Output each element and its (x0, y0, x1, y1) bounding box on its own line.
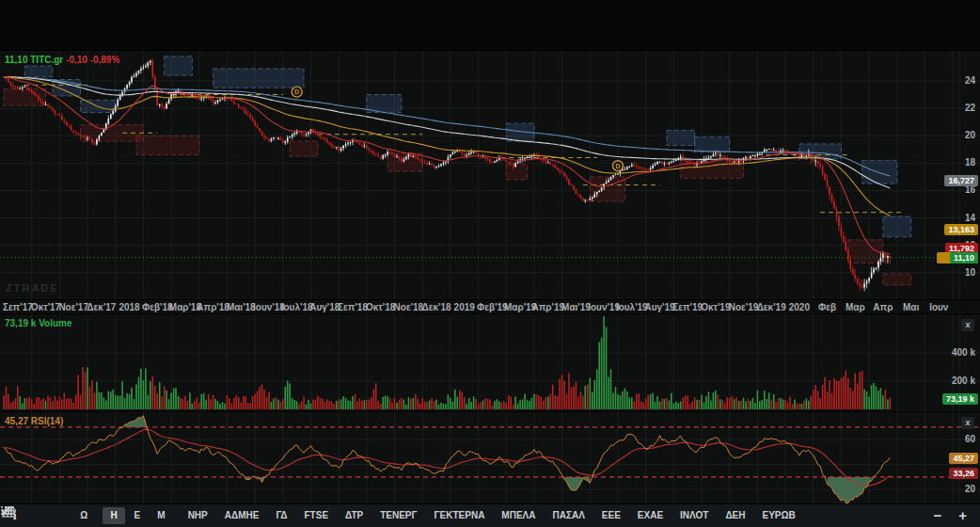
time-axis[interactable]: Σεπ'17Οκτ'17Νοε'17Δεκ'172018Φεβ'18Μαρ'18… (0, 299, 980, 314)
symbol-change: -0,10 (66, 55, 87, 65)
ticker-button-ΓΔ[interactable]: ΓΔ (268, 507, 294, 524)
symbol-name: TITC.gr (30, 55, 63, 65)
rsi-canvas[interactable] (0, 412, 980, 503)
price-badge: 13,163 (944, 224, 978, 235)
rsi-badge: 45,27 (949, 453, 978, 464)
time-tick: Οκτ'18 (366, 302, 395, 312)
time-tick: Νοε'19 (729, 302, 759, 312)
ticker-button-ΙΝΛΟΤ[interactable]: ΙΝΛΟΤ (672, 507, 716, 524)
time-tick: Φεβ'18 (142, 302, 173, 312)
time-tick: Δεκ'17 (87, 302, 116, 312)
ticker-button-ΑΔΜΗΕ[interactable]: ΑΔΜΗΕ (217, 507, 267, 524)
volume-close-button[interactable]: x (961, 319, 974, 331)
volume-badge: 73,19 k (942, 393, 978, 405)
price-chart-canvas[interactable]: DD (0, 51, 980, 299)
time-tick: Ιουν'19 (588, 302, 620, 312)
volume-canvas[interactable] (0, 314, 980, 411)
dividend-marker-label: D (615, 163, 620, 169)
time-tick: Ιουλ'18 (281, 302, 313, 312)
time-tick: Ιουλ'19 (616, 302, 648, 312)
timeframe-button-Η[interactable]: Η (103, 507, 124, 524)
time-tick: Αυγ'18 (309, 302, 340, 312)
time-tick: Σεπ'19 (672, 302, 703, 312)
time-tick: Σεπ'18 (338, 302, 368, 312)
top-spacer (0, 0, 980, 50)
time-tick: Απρ'19 (531, 302, 564, 312)
ticker-button-ΔΕΗ[interactable]: ΔΕΗ (718, 507, 752, 524)
time-tick: Φεβ'19 (477, 302, 508, 312)
time-tick: Αυγ'19 (644, 302, 674, 312)
zoom-out-button[interactable]: − (927, 510, 947, 521)
time-tick: Νοε'18 (394, 302, 424, 312)
zoom-in-button[interactable]: + (953, 510, 972, 521)
price-chart-panel[interactable]: DD 11,10 TITC.gr -0,10 -0,89% ZTRADE 242… (0, 50, 980, 299)
symbol-change-pct: -0,89% (90, 55, 120, 65)
symbol-last-price: 11,10 (5, 55, 27, 65)
time-tick: Οκτ'17 (31, 302, 60, 312)
ticker-button-ΕΧΑΕ[interactable]: ΕΧΑΕ (630, 507, 671, 524)
ztrade-watermark: ZTRADE (6, 282, 59, 294)
time-tick: Μαι'19 (561, 302, 591, 312)
volume-indicator-label: 73,19 k Volume (5, 318, 72, 328)
watchlist-button[interactable] (52, 514, 63, 518)
time-tick: Μαρ'19 (504, 302, 536, 312)
time-tick: Μαρ (846, 302, 865, 312)
time-tick: Απρ (873, 302, 893, 312)
ticker-button-ΤΕΝΕΡΓ[interactable]: ΤΕΝΕΡΓ (372, 507, 424, 524)
ticker-button-ΜΠΕΛΑ[interactable]: ΜΠΕΛΑ (494, 507, 543, 524)
draw-button[interactable] (31, 514, 42, 518)
rsi-badge: 33,26 (949, 468, 978, 479)
time-tick: Οκτ'19 (701, 302, 730, 312)
time-tick: Σεπ'17 (3, 302, 33, 312)
time-tick: Νοε'17 (58, 302, 88, 312)
symbol-header: 11,10 TITC.gr -0,10 -0,89% (5, 55, 119, 65)
time-tick: Δεκ'19 (757, 302, 786, 312)
time-tick: Μαρ'18 (169, 302, 201, 312)
bottom-toolbar: i Ω ΗΕΜ ΝΗΡΑΔΜΗΕΓΔFTSEΔΤΡΤΕΝΕΡΓΓΕΚΤΕΡΝΑΜ… (0, 503, 980, 527)
omega-button[interactable]: Ω (72, 507, 95, 524)
time-tick: Ιουν'18 (253, 302, 285, 312)
time-tick: 2020 (789, 302, 810, 312)
volume-indicator-button[interactable] (910, 514, 922, 518)
time-tick: Μαι (903, 302, 919, 312)
ticker-button-FTSE[interactable]: FTSE (297, 507, 337, 524)
volume-panel[interactable]: 73,19 k Volume x 400 k200 k73,19 k (0, 313, 980, 411)
time-tick: 2018 (119, 302, 139, 312)
ticker-button-ΔΤΡ[interactable]: ΔΤΡ (338, 507, 371, 524)
time-tick: 2019 (454, 302, 475, 312)
time-tick: Ιουν (929, 302, 948, 312)
timeframe-button-Μ[interactable]: Μ (150, 507, 172, 524)
timeframe-button-Ε[interactable]: Ε (127, 507, 149, 524)
time-tick: Μαι'18 (227, 302, 256, 312)
price-badge: 11,10 (950, 252, 978, 264)
time-tick: Δεκ'18 (422, 302, 451, 312)
chart-type-button[interactable] (893, 514, 905, 518)
dividend-marker-label: D (294, 88, 299, 95)
rsi-indicator-label: 45,27 RSI(14) (5, 416, 63, 426)
rsi-panel[interactable]: 45,27 RSI(14) x 602045,2733,26 (0, 411, 980, 503)
time-tick: Απρ'18 (197, 302, 229, 312)
ticker-button-ΠΑΣΑΛ[interactable]: ΠΑΣΑΛ (545, 507, 592, 524)
ticker-button-ΕΕΕ[interactable]: ΕΕΕ (594, 507, 628, 524)
time-tick: Φεβ (818, 302, 836, 312)
volume-bars-icon (0, 504, 17, 518)
rsi-close-button[interactable]: x (961, 417, 974, 429)
ticker-button-ΓΕΚΤΕΡΝΑ[interactable]: ΓΕΚΤΕΡΝΑ (427, 507, 493, 524)
ticker-button-ΕΥΡΩΒ[interactable]: ΕΥΡΩΒ (754, 507, 802, 524)
ticker-button-ΝΗΡ[interactable]: ΝΗΡ (181, 507, 215, 524)
price-badge: 16,727 (944, 175, 978, 186)
trading-chart-app: DD 11,10 TITC.gr -0,10 -0,89% ZTRADE 242… (0, 0, 980, 527)
